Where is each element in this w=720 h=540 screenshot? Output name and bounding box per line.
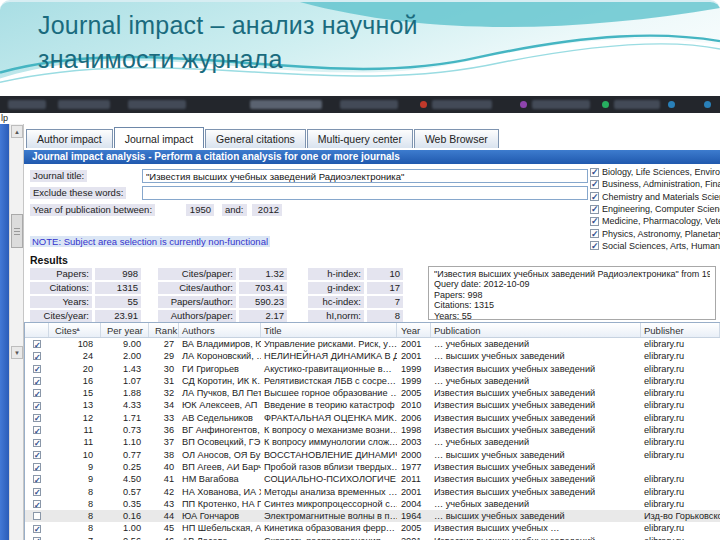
row-year: 2006 (397, 412, 431, 424)
year-from-field[interactable]: 1950 (186, 204, 214, 216)
table-row[interactable]: 12 1.71 33 АВ Седельников ФРАКТАЛЬНАЯ ОЦ… (25, 412, 720, 424)
query-info-line: Citations: 1315 (434, 300, 710, 310)
row-checkbox-cell[interactable] (25, 461, 49, 473)
table-row[interactable]: 11 1.10 37 ВП Осовецкий, ГЭ … К вопросу … (25, 436, 720, 448)
row-checkbox-cell[interactable] (25, 375, 49, 387)
row-checkbox-icon[interactable] (33, 352, 41, 360)
row-authors: ВП Агеев, АИ Барч… (179, 461, 261, 473)
row-checkbox-cell[interactable] (25, 498, 49, 510)
table-row[interactable]: 20 1.43 30 ГИ Григорьев Акустико-гравита… (25, 363, 720, 375)
table-header-authors[interactable]: Authors (179, 323, 261, 337)
vertical-scrollbar[interactable]: ▲ ▼ (9, 124, 24, 540)
table-row[interactable]: 10 0.77 38 ОЛ Аносов, ОЯ Бу… ВОССТАНОВЛЕ… (25, 449, 720, 461)
subject-checkbox-icon[interactable] (590, 229, 599, 238)
year-to-field[interactable]: 2012 (252, 204, 282, 216)
row-checkbox-cell[interactable] (25, 535, 49, 540)
row-checkbox-cell[interactable] (25, 363, 49, 375)
row-per-year: 2.00 (101, 350, 149, 362)
row-year: 2001 (397, 350, 431, 362)
scrollbar-up-arrow[interactable]: ▲ (11, 125, 23, 138)
row-checkbox-icon[interactable] (33, 463, 41, 471)
row-checkbox-cell[interactable] (25, 399, 49, 411)
row-checkbox-icon[interactable] (33, 414, 41, 422)
table-row[interactable]: 9 4.50 41 НМ Вагабова СОЦИАЛЬНО-ПСИХОЛОГ… (25, 473, 720, 485)
row-checkbox-cell[interactable] (25, 510, 49, 522)
row-checkbox-icon[interactable] (33, 500, 41, 508)
row-checkbox-cell[interactable] (25, 486, 49, 498)
table-row[interactable]: 13 4.33 34 ЮК Алексеев, АП … Введение в … (25, 399, 720, 411)
table-row[interactable]: 16 1.07 31 СД Коротин, ИК К… Релятивистс… (25, 375, 720, 387)
row-checkbox-icon[interactable] (33, 426, 41, 434)
row-year: 1999 (397, 375, 431, 387)
subject-checkbox-icon[interactable] (590, 217, 599, 226)
row-checkbox-icon[interactable] (33, 488, 41, 496)
scrollbar-down-arrow[interactable]: ▼ (11, 346, 23, 359)
query-info-line: Papers: 998 (434, 290, 710, 300)
scrollbar-thumb[interactable] (11, 214, 23, 248)
row-checkbox-icon[interactable] (33, 439, 41, 447)
table-row[interactable]: 7 0.56 46 АВ Лосева, … Скорость распрост… (25, 535, 720, 540)
row-checkbox-icon[interactable] (33, 451, 41, 459)
row-publication: Известия высших учебных заведений (431, 486, 641, 498)
subject-checkbox-row[interactable]: Business, Administration, Financ (590, 178, 720, 190)
subject-checkbox-icon[interactable] (590, 205, 599, 214)
table-row[interactable]: 24 2.00 29 ЛА Короновский, … НЕЛИНЕЙНАЯ … (25, 350, 720, 362)
row-checkbox-cell[interactable] (25, 387, 49, 399)
row-checkbox-cell[interactable] (25, 449, 49, 461)
row-checkbox-cell[interactable] (25, 436, 49, 448)
table-row[interactable]: 8 0.35 43 ПП Кротенко, НА Г… Синтез микр… (25, 498, 720, 510)
table-header-publication[interactable]: Publication (431, 323, 641, 337)
subject-checkbox-row[interactable]: Medicine, Pharmacology, Veterin (590, 215, 720, 227)
subject-checkbox-icon[interactable] (590, 241, 599, 250)
table-row[interactable]: 11 0.73 36 ВГ Анфиногентов, … К вопросу … (25, 424, 720, 436)
row-checkbox-cell[interactable] (25, 424, 49, 436)
menu-bar-fragment: lp (0, 113, 720, 124)
row-checkbox-cell[interactable] (25, 522, 49, 534)
row-checkbox-cell[interactable] (25, 412, 49, 424)
row-title: ФРАКТАЛЬНАЯ ОЦЕНКА МИК… (261, 412, 397, 424)
table-header-per-year[interactable]: Per year (101, 323, 149, 337)
row-checkbox-cell[interactable] (25, 338, 49, 350)
row-checkbox-icon[interactable] (33, 365, 41, 373)
subject-checkbox-row[interactable]: Engineering, Computer Science, (590, 203, 720, 215)
tab[interactable]: Web Browser (414, 129, 499, 148)
subject-checkbox-row[interactable]: Biology, Life Sciences, Environme (590, 166, 720, 178)
subject-checkbox-icon[interactable] (590, 168, 599, 177)
subject-checkbox-row[interactable]: Social Sciences, Arts, Humanities (590, 240, 720, 252)
table-row[interactable]: 8 1.00 45 НП Шебельская, А… Кинетика обр… (25, 522, 720, 534)
tab[interactable]: Multi-query center (307, 129, 413, 148)
table-row[interactable]: 8 0.16 44 ЮА Гончаров Электромагнитные в… (25, 510, 720, 522)
subject-checkbox-icon[interactable] (590, 180, 599, 189)
exclude-words-input[interactable] (142, 186, 588, 200)
table-row[interactable]: 15 1.88 32 ЛА Пучков, ВЛ Пет… Высшее гор… (25, 387, 720, 399)
row-checkbox-icon[interactable] (33, 377, 41, 385)
row-checkbox-cell[interactable] (25, 350, 49, 362)
subject-label: Social Sciences, Arts, Humanities (602, 241, 720, 251)
row-checkbox-cell[interactable] (25, 473, 49, 485)
row-checkbox-icon[interactable] (33, 389, 41, 397)
row-checkbox-icon[interactable] (33, 525, 41, 533)
table-header-cites[interactable]: Cites ▲ (49, 323, 101, 337)
table-row[interactable]: 108 9.00 27 ВА Владимиров, Ю… Управление… (25, 338, 720, 350)
row-checkbox-icon[interactable] (33, 475, 41, 483)
table-header-year[interactable]: Year (397, 323, 431, 337)
table-header-rank[interactable]: Rank (149, 323, 179, 337)
table-row[interactable]: 8 0.57 42 НА Хованова, ИА Х… Методы анал… (25, 486, 720, 498)
table-header-publisher[interactable]: Publisher (641, 323, 720, 337)
tab[interactable]: Journal impact (114, 127, 204, 148)
bookmark-item (340, 100, 398, 109)
row-checkbox-icon[interactable] (33, 340, 41, 348)
subject-checkbox-row[interactable]: Chemistry and Materials Science (590, 191, 720, 203)
row-cites: 7 (49, 535, 101, 540)
table-header-checkbox[interactable] (25, 323, 49, 337)
subject-checkbox-row[interactable]: Physics, Astronomy, Planetary S (590, 227, 720, 239)
subject-checkbox-icon[interactable] (590, 192, 599, 201)
journal-title-input[interactable] (142, 169, 588, 183)
tab[interactable]: General citations (205, 129, 306, 148)
tab[interactable]: Author impact (26, 129, 113, 148)
table-row[interactable]: 9 0.25 40 ВП Агеев, АИ Барч… Пробой газо… (25, 461, 720, 473)
row-checkbox-icon[interactable] (33, 402, 41, 410)
row-cites: 10 (49, 449, 101, 461)
row-checkbox-icon[interactable] (33, 512, 41, 520)
table-header-title[interactable]: Title (261, 323, 397, 337)
